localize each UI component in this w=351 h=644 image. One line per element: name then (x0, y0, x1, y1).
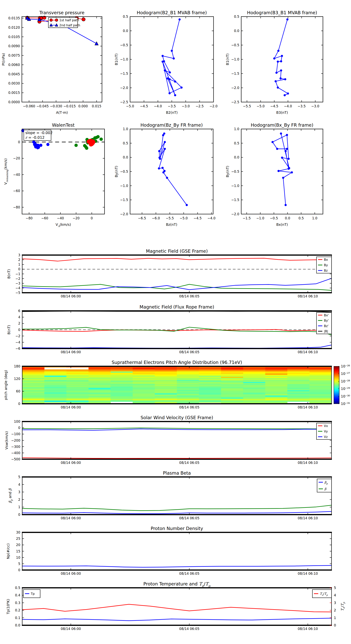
heatmap-cell (265, 374, 288, 375)
heatmap-cell (22, 370, 44, 370)
heatmap-cell (44, 377, 66, 378)
legend-item-label: Vy (324, 430, 328, 433)
y-axis-label: Pt(nPa) (1, 53, 5, 66)
heatmap-cell (111, 388, 133, 389)
heatmap-cell (221, 372, 243, 374)
x-tick-label: −40 (57, 216, 64, 220)
heatmap-cell (243, 380, 265, 381)
heatmap-cell (44, 376, 66, 377)
heatmap-cell (177, 385, 199, 386)
heatmap-cell (66, 398, 89, 399)
heatmap-cell (44, 374, 66, 375)
heatmap-cell (44, 402, 66, 403)
legend-item-label: 1st half path (59, 18, 79, 22)
heatmap-cell (133, 382, 155, 383)
heatmap-cell (243, 375, 265, 376)
y-tick-label: −1.0 (231, 57, 239, 61)
y-tick-label: 20 (16, 543, 20, 547)
heatmap-cell (66, 384, 89, 385)
time-tick-label: 08/14 06:05 (179, 572, 199, 576)
y-tick-label: 0.0030 (8, 82, 20, 85)
heatmap-cell (111, 387, 133, 388)
circle-marker (280, 69, 282, 72)
heatmap-cell (66, 390, 89, 392)
heatmap-cell (199, 387, 221, 388)
heatmap-cell (265, 368, 288, 370)
heatmap-cell (88, 396, 111, 398)
heatmap-cell (111, 372, 133, 374)
heatmap-cell (310, 381, 332, 382)
heatmap-cell (243, 383, 265, 384)
series-Vx (22, 458, 332, 458)
heatmap-cell (22, 394, 44, 394)
heatmap-cell (22, 382, 44, 383)
legend-item-label: Bx' (324, 314, 329, 317)
time-tick-label: 08/14 06:10 (298, 572, 318, 576)
heatmap-cell (133, 383, 155, 384)
heatmap-cell (287, 376, 310, 377)
circle-marker (74, 144, 78, 147)
heatmap-cell (22, 400, 44, 401)
circle-marker (37, 146, 40, 149)
circle-marker (277, 50, 280, 52)
circle-marker (168, 78, 171, 80)
y-tick-label: 0.0000 (8, 100, 20, 104)
heatmap-cell (177, 398, 199, 400)
heatmap-cell (199, 376, 221, 377)
legend: BxByBz (317, 257, 332, 273)
heatmap-cell (44, 387, 66, 388)
heatmap-cell (310, 384, 332, 385)
heatmap-cell (177, 386, 199, 387)
heatmap-cell (22, 375, 44, 376)
colorbar-tick-label: 10⁻²⁶ (341, 364, 350, 368)
x-tick-label: −1.0 (256, 216, 264, 220)
heatmap-cell (199, 385, 221, 386)
circle-marker (277, 86, 279, 88)
heatmap-cell (287, 372, 310, 374)
heatmap-cell (221, 400, 243, 401)
heatmap-cell (22, 389, 44, 390)
y-tick-label: −300 (11, 445, 20, 449)
heatmap-cell (111, 379, 133, 380)
heatmap-cell (111, 386, 133, 387)
time-tick-label: 08/14 06:00 (61, 627, 81, 631)
heatmap-cell (243, 368, 265, 370)
heatmap-cell (177, 383, 199, 384)
heatmap-cell (310, 401, 332, 402)
heatmap-cell (111, 392, 133, 394)
y-tick-label: −1.5 (120, 72, 128, 76)
y-axis-label: B(nT) (7, 269, 11, 279)
heatmap-cell (133, 398, 155, 400)
heatmap-cell (66, 374, 89, 375)
heatmap-cell (111, 401, 133, 402)
heatmap-cell (265, 372, 288, 374)
heatmap-cell (243, 387, 265, 388)
y-tick-label: −100 (11, 432, 20, 436)
circle-marker (281, 55, 283, 57)
circle-marker (161, 167, 164, 169)
colorbar-tick-label: 10⁻²⁹ (341, 386, 350, 391)
heatmap-cell (44, 380, 66, 381)
heatmap-cell (177, 401, 199, 402)
heatmap-cell (133, 377, 155, 378)
circle-marker (174, 80, 176, 82)
heatmap-cell (287, 390, 310, 392)
x-axis-label: Bx(nT) (276, 222, 288, 226)
heatmap-cell (44, 382, 66, 383)
y-tick-label: 0.4 (15, 593, 20, 597)
y-tick-label: −2.0 (120, 86, 128, 90)
heatmap-cell (199, 401, 221, 402)
time-tick-label: 08/14 06:10 (298, 294, 318, 298)
heatmap-cell (310, 375, 332, 376)
y-tick-label: 0.0135 (8, 16, 20, 20)
circle-marker (186, 204, 188, 206)
heatmap-cell (199, 378, 221, 379)
y-tick-label: 0 (18, 568, 20, 572)
y-axis-label: pitch angle (deg) (4, 370, 8, 400)
heatmap-cell (199, 392, 221, 394)
circle-marker (164, 141, 166, 143)
heatmap-cell (155, 380, 177, 381)
circle-marker (166, 176, 168, 179)
heatmap-cell (111, 367, 133, 368)
panel-title: Hodogram(Bz_By FR frame) (140, 122, 203, 128)
